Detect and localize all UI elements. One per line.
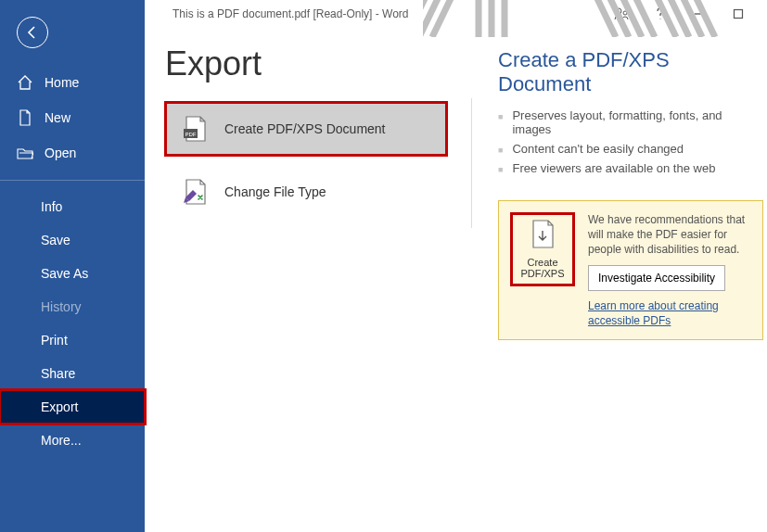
sidebar-label: Home [45, 75, 79, 90]
sidebar-item-open[interactable]: Open [0, 135, 145, 171]
change-file-type-icon [184, 180, 208, 204]
create-pdf-xps-button[interactable]: Create PDF/XPS [510, 212, 575, 286]
svg-point-15 [623, 11, 627, 15]
sidebar-item-new[interactable]: New [0, 100, 145, 135]
svg-text:PDF: PDF [185, 132, 197, 137]
sidebar-item-print[interactable]: Print [0, 323, 145, 357]
maximize-button[interactable] [730, 6, 747, 22]
help-icon[interactable] [652, 6, 669, 22]
export-option-label: Change File Type [224, 184, 326, 199]
pdf-document-icon: PDF [184, 117, 208, 141]
account-icon[interactable] [613, 6, 630, 22]
sidebar-label: Export [41, 399, 78, 414]
sidebar-item-history: History [0, 290, 145, 323]
sidebar-label: Save As [41, 266, 88, 281]
svg-rect-17 [735, 10, 743, 19]
accessibility-recommendation-box: Create PDF/XPS We have recommendations t… [498, 200, 763, 340]
export-option-change-type[interactable]: Change File Type [167, 167, 445, 217]
sidebar-item-more[interactable]: More... [0, 424, 145, 457]
detail-bullet: Content can't be easily changed [498, 139, 763, 158]
arrow-left-icon [25, 25, 40, 40]
sidebar-item-export[interactable]: Export [0, 390, 145, 424]
titlebar: This is a PDF document.pdf [Read-Only] -… [145, 0, 767, 28]
sidebar-label: Save [41, 233, 70, 247]
sidebar-item-home[interactable]: Home [0, 65, 145, 100]
export-option-label: Create PDF/XPS Document [224, 121, 386, 136]
window-title: This is a PDF document.pdf [Read-Only] -… [173, 7, 409, 20]
sidebar-label: Share [41, 366, 75, 381]
folder-open-icon [17, 145, 33, 161]
sidebar-item-info[interactable]: Info [0, 190, 145, 223]
learn-more-link[interactable]: Learn more about creating accessible PDF… [588, 298, 751, 328]
document-icon [17, 109, 33, 126]
detail-bullet: Free viewers are available on the web [498, 158, 763, 178]
create-pdf-xps-label: Create PDF/XPS [517, 257, 569, 279]
home-icon [17, 74, 33, 91]
detail-bullet: Preserves layout, formatting, fonts, and… [498, 106, 763, 139]
minimize-button[interactable] [691, 6, 708, 22]
sidebar-label: Info [41, 199, 62, 214]
sidebar-label: Open [45, 146, 76, 160]
investigate-accessibility-button[interactable]: Investigate Accessibility [588, 265, 725, 291]
svg-point-14 [616, 8, 621, 14]
detail-title: Create a PDF/XPS Document [498, 48, 763, 96]
export-pdf-icon [530, 220, 556, 251]
recommendation-text: We have recommendations that will make t… [588, 212, 751, 258]
sidebar-item-save[interactable]: Save [0, 223, 145, 257]
back-button[interactable] [17, 17, 48, 48]
sidebar-label: More... [41, 433, 82, 448]
sidebar-item-share[interactable]: Share [0, 357, 145, 390]
page-title: Export [165, 44, 445, 83]
sidebar-label: Print [41, 333, 68, 348]
sidebar-item-save-as[interactable]: Save As [0, 257, 145, 290]
sidebar-label: New [45, 110, 70, 125]
sidebar-label: History [41, 299, 82, 314]
export-option-pdf-xps[interactable]: PDF Create PDF/XPS Document [167, 104, 445, 154]
detail-bullets: Preserves layout, formatting, fonts, and… [498, 106, 763, 178]
backstage-sidebar: Home New Open Info Save Save As History … [0, 0, 145, 532]
